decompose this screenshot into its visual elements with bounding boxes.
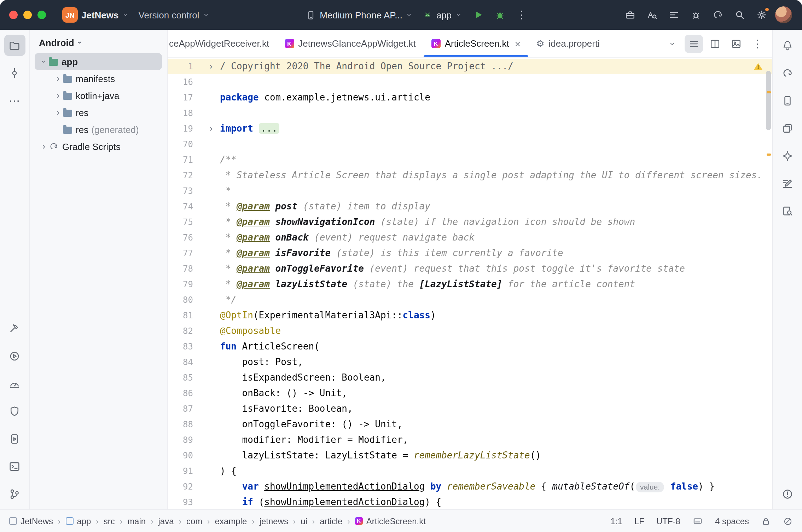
- app-quality-insights-icon[interactable]: [4, 400, 25, 422]
- code-line[interactable]: 79 * @param lazyListState (state) the [L…: [168, 277, 772, 292]
- more-run-actions-icon[interactable]: ⋮: [512, 6, 531, 24]
- warning-stripe-mark[interactable]: [767, 154, 771, 156]
- editor-tab[interactable]: KJetnewsGlanceAppWidget.kt: [277, 30, 423, 57]
- breadcrumb-item[interactable]: com: [186, 516, 202, 526]
- code-line[interactable]: 1›/ Copyright 2020 The Android Open Sour…: [168, 59, 772, 74]
- breadcrumb-item[interactable]: main: [127, 516, 146, 526]
- code-line[interactable]: 74 * @param post (state) item to display: [168, 199, 772, 214]
- fold-marker-icon[interactable]: ›: [193, 59, 220, 74]
- code-line[interactable]: 78 * @param onToggleFavorite (event) req…: [168, 261, 772, 277]
- zoom-window-button[interactable]: [37, 11, 46, 19]
- layers-icon[interactable]: [777, 117, 798, 139]
- notifications-icon[interactable]: [777, 35, 798, 56]
- project-view-selector[interactable]: Android ›: [30, 32, 167, 53]
- edit-file-icon[interactable]: [777, 173, 798, 194]
- code-line[interactable]: 71/**: [168, 152, 772, 168]
- code-line[interactable]: 90 lazyListState: LazyListState = rememb…: [168, 448, 772, 463]
- user-avatar[interactable]: [774, 6, 793, 24]
- editor-tab[interactable]: KArticleScreen.kt×: [424, 30, 528, 57]
- breadcrumb-item[interactable]: java: [158, 516, 174, 526]
- code-line[interactable]: 88 onToggleFavorite: () -> Unit,: [168, 417, 772, 432]
- code-line[interactable]: 75 * @param showNavigationIcon (state) i…: [168, 214, 772, 230]
- chevron-right-icon[interactable]: ›: [53, 91, 63, 100]
- profiler-tool-icon[interactable]: [4, 373, 25, 394]
- tab-list-icon[interactable]: [685, 34, 703, 53]
- device-selector[interactable]: Medium Phone AP... ›: [303, 5, 416, 25]
- project-tool-icon[interactable]: [4, 35, 25, 56]
- problems-icon[interactable]: [777, 483, 798, 504]
- vcs-widget[interactable]: Version control ›: [136, 5, 213, 25]
- version-control-tool-icon[interactable]: [4, 483, 25, 504]
- indent-size[interactable]: 4 spaces: [715, 516, 749, 526]
- tree-item-res[interactable]: res(generated): [35, 121, 162, 138]
- editor-tab[interactable]: ⚙idea.properti: [528, 30, 608, 57]
- more-tool-windows-icon[interactable]: ⋯: [4, 90, 25, 111]
- warning-stripe-mark[interactable]: [767, 91, 771, 93]
- code-line[interactable]: 84 post: Post,: [168, 354, 772, 370]
- code-line[interactable]: 92 var showUnimplementedActionDialog by …: [168, 479, 772, 495]
- project-widget[interactable]: JN JetNews ›: [59, 5, 132, 25]
- chevron-down-icon[interactable]: ›: [39, 57, 49, 66]
- running-devices-icon[interactable]: [4, 428, 25, 449]
- chevron-right-icon[interactable]: ›: [53, 108, 63, 117]
- line-separator[interactable]: LF: [634, 516, 644, 526]
- file-encoding[interactable]: UTF-8: [656, 516, 680, 526]
- build-tool-icon[interactable]: [4, 318, 25, 339]
- terminal-tool-icon[interactable]: [4, 456, 25, 477]
- lock-icon[interactable]: [761, 516, 771, 526]
- code-line[interactable]: 72 * Stateless Article Screen that displ…: [168, 168, 772, 183]
- device-manager-icon[interactable]: [777, 90, 798, 111]
- tree-item-gradle-scripts[interactable]: ›Gradle Scripts: [35, 138, 162, 155]
- tree-item-res[interactable]: ›res: [35, 104, 162, 121]
- breadcrumb-item[interactable]: app: [65, 516, 91, 526]
- breadcrumb-item[interactable]: example: [215, 516, 247, 526]
- code-line[interactable]: 93 if (showUnimplementedActionDialog) {: [168, 495, 772, 509]
- breadcrumb-item[interactable]: jetnews: [260, 516, 288, 526]
- hidden-tabs-icon[interactable]: ›: [663, 34, 682, 53]
- inspection-warning-icon[interactable]: [753, 62, 763, 71]
- breadcrumb-item[interactable]: ui: [301, 516, 307, 526]
- split-editor-icon[interactable]: [706, 34, 724, 53]
- code-line[interactable]: 76 * @param onBack (event) request navig…: [168, 230, 772, 245]
- minimize-window-button[interactable]: [23, 11, 32, 19]
- code-line[interactable]: 73 *: [168, 183, 772, 199]
- lines-filter-icon[interactable]: [665, 6, 683, 24]
- code-line[interactable]: 91) {: [168, 463, 772, 479]
- search-everywhere-icon[interactable]: [731, 6, 749, 24]
- code-editor[interactable]: 1›/ Copyright 2020 The Android Open Sour…: [168, 58, 772, 509]
- more-options-icon[interactable]: ⋮: [748, 34, 767, 53]
- commit-tool-icon[interactable]: [4, 62, 25, 83]
- run-config-selector[interactable]: app ›: [419, 5, 465, 25]
- chevron-right-icon[interactable]: ›: [53, 74, 63, 83]
- breadcrumb-item[interactable]: article: [320, 516, 342, 526]
- settings-icon[interactable]: [752, 6, 771, 24]
- debug-button[interactable]: [490, 6, 509, 24]
- breadcrumb-item[interactable]: KArticleScreen.kt: [355, 516, 426, 526]
- breadcrumb-item[interactable]: src: [104, 516, 115, 526]
- code-line[interactable]: 70: [168, 137, 772, 152]
- code-line[interactable]: 85 isExpandedScreen: Boolean,: [168, 370, 772, 386]
- close-window-button[interactable]: [9, 11, 18, 19]
- code-line[interactable]: 87 isFavorite: Boolean,: [168, 401, 772, 417]
- app-inspection-icon[interactable]: [777, 200, 798, 221]
- code-line[interactable]: 81@OptIn(ExperimentalMaterial3Api::class…: [168, 308, 772, 323]
- run-button[interactable]: [469, 6, 487, 24]
- inspection-status-icon[interactable]: [783, 516, 793, 526]
- fold-marker-icon[interactable]: ›: [193, 121, 220, 137]
- breadcrumb-item[interactable]: JetNews: [9, 516, 53, 526]
- code-line[interactable]: 83fun ArticleScreen(: [168, 339, 772, 354]
- code-line[interactable]: 77 * @param isFavorite (state) is this i…: [168, 245, 772, 261]
- code-line[interactable]: 16: [168, 74, 772, 90]
- code-line[interactable]: 89 modifier: Modifier = Modifier,: [168, 432, 772, 448]
- code-line[interactable]: 19›import ...: [168, 121, 772, 137]
- keyboard-icon[interactable]: [692, 516, 703, 526]
- toolbox-icon[interactable]: [621, 6, 639, 24]
- gemini-icon[interactable]: [777, 145, 798, 166]
- code-line[interactable]: 82@Composable: [168, 323, 772, 339]
- chevron-right-icon[interactable]: ›: [39, 141, 49, 151]
- code-line[interactable]: 17package com.example.jetnews.ui.article: [168, 90, 772, 105]
- run-tool-icon[interactable]: [4, 345, 25, 366]
- tree-item-app[interactable]: ›app: [35, 53, 162, 70]
- gradle-icon[interactable]: [777, 62, 798, 83]
- code-line[interactable]: 80 */: [168, 292, 772, 308]
